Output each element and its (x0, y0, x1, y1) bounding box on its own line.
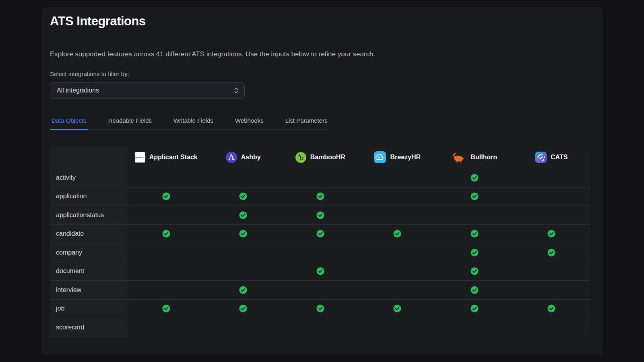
cell-applicationstatus-bamboohr (282, 206, 359, 224)
row-label: job (50, 300, 128, 318)
cell-applicationstatus-breezyhr (359, 206, 436, 224)
check-icon (547, 230, 555, 238)
cell-document-bullhorn (436, 262, 513, 281)
cell-interview-bamboohr (282, 281, 359, 299)
check-icon (471, 174, 479, 182)
table-row-candidate: candidate (50, 225, 590, 244)
column-label: Ashby (241, 154, 261, 161)
cell-candidate-ashby (205, 225, 282, 243)
cell-job-ashby (205, 300, 282, 318)
tab-data-objects[interactable]: Data Objects (50, 116, 88, 130)
tab-bar: Data ObjectsReadable FieldsWritable Fiel… (50, 116, 329, 130)
cell-job-breezyhr (359, 300, 436, 318)
select-value: All integrations (57, 87, 99, 94)
cell-job-bullhorn (436, 300, 513, 318)
cell-company-applicant-stack (128, 243, 205, 262)
column-header-cats: CATS (513, 146, 590, 169)
cell-scorecard-applicant-stack (128, 318, 205, 337)
check-icon (239, 211, 247, 219)
tab-webhooks[interactable]: Webhooks (233, 116, 265, 130)
cell-applicationstatus-cats (513, 206, 590, 224)
check-icon (547, 304, 555, 313)
cell-job-applicant-stack (128, 300, 205, 318)
cell-applicationstatus-bullhorn (436, 206, 513, 224)
column-header-bamboohr: b BambooHR (282, 146, 359, 169)
table-row-interview: interview (50, 281, 590, 300)
row-label: document (50, 262, 128, 281)
column-header-applicant-stack: ApplicantStackApplicant Stack (128, 146, 205, 169)
check-icon (239, 304, 247, 313)
cell-application-cats (513, 187, 590, 206)
row-label: applicationstatus (50, 206, 128, 224)
check-icon (316, 192, 324, 200)
breezyhr-logo-icon (374, 151, 386, 163)
check-icon (239, 230, 247, 238)
tab-readable-fields[interactable]: Readable Fields (107, 116, 153, 130)
cell-document-ashby (205, 262, 282, 281)
integrations-table: ApplicantStackApplicant StackAAshby b Ba… (50, 146, 590, 337)
column-header-breezyhr: BreezyHR (359, 146, 436, 169)
cats-logo-icon (535, 152, 547, 163)
cell-application-applicant-stack (128, 187, 205, 206)
cell-interview-ashby (205, 281, 282, 299)
cell-candidate-breezyhr (359, 225, 436, 243)
cell-interview-cats (513, 281, 590, 299)
row-label: interview (50, 281, 128, 299)
column-label: BreezyHR (390, 154, 421, 161)
applicantstack-logo-icon: ApplicantStack (135, 152, 145, 162)
check-icon (471, 304, 479, 313)
table-row-company: company (50, 243, 590, 262)
cell-company-bamboohr (282, 243, 359, 262)
row-label: activity (50, 169, 128, 187)
select-chevron-icon (234, 87, 239, 94)
column-label: Bullhorn (471, 154, 497, 161)
integrations-select[interactable]: All integrations (50, 82, 245, 99)
table-header-row: ApplicantStackApplicant StackAAshby b Ba… (50, 146, 590, 169)
column-label: BambooHR (310, 154, 345, 161)
cell-document-cats (513, 262, 590, 281)
cell-job-cats (513, 300, 590, 318)
cell-application-breezyhr (359, 187, 436, 206)
tab-writable-fields[interactable]: Writable Fields (172, 116, 215, 130)
cell-activity-bamboohr (282, 169, 359, 187)
row-label: candidate (50, 225, 128, 243)
cell-interview-applicant-stack (128, 281, 205, 299)
cell-company-cats (513, 243, 590, 262)
table-header-spacer (50, 146, 128, 169)
cell-scorecard-ashby (205, 318, 282, 337)
check-icon (316, 211, 324, 219)
cell-scorecard-bullhorn (436, 318, 513, 337)
check-icon (239, 286, 247, 294)
cell-scorecard-breezyhr (359, 318, 436, 337)
table-row-activity: activity (50, 169, 590, 187)
bullhorn-logo-icon (452, 152, 466, 162)
cell-company-breezyhr (359, 243, 436, 262)
row-label: application (50, 187, 128, 206)
column-header-bullhorn: Bullhorn (436, 146, 513, 169)
check-icon (471, 230, 479, 238)
cell-interview-bullhorn (436, 281, 513, 299)
cell-candidate-cats (513, 225, 590, 243)
cell-application-ashby (205, 187, 282, 206)
check-icon (239, 192, 247, 200)
tab-list-parameters[interactable]: List Parameters (284, 116, 329, 130)
check-icon (471, 249, 479, 257)
check-icon (547, 249, 555, 257)
cell-activity-cats (513, 169, 590, 187)
cell-candidate-bamboohr (282, 225, 359, 243)
cell-document-bamboohr (282, 262, 359, 281)
check-icon (471, 286, 479, 294)
cell-application-bamboohr (282, 187, 359, 206)
check-icon (162, 230, 170, 238)
cell-activity-bullhorn (436, 169, 513, 187)
cell-job-bamboohr (282, 300, 359, 318)
cell-company-bullhorn (436, 243, 513, 262)
check-icon (471, 192, 479, 200)
table-row-document: document (50, 262, 590, 281)
check-icon (316, 230, 324, 238)
cell-scorecard-cats (513, 318, 590, 337)
table-row-scorecard: scorecard (50, 318, 590, 337)
page-title: ATS Integrations (50, 14, 592, 29)
column-header-ashby: AAshby (205, 146, 282, 169)
column-label: CATS (551, 154, 568, 161)
